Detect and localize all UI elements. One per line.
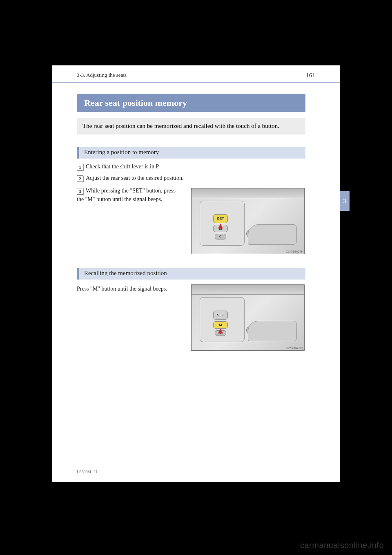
page-title: Rear seat position memory [77, 94, 305, 112]
manual-page: 161 3-3. Adjusting the seats 3 Rear seat… [52, 65, 340, 482]
seat-handle [248, 224, 297, 245]
c-button: C [215, 234, 226, 239]
step-2-icon: 2 [77, 175, 83, 182]
step-1-text: Check that the shift lever is in P. [86, 163, 160, 170]
side-tab: 3 [340, 191, 350, 211]
step-3-text: While pressing the "SET" button, press t… [77, 188, 176, 202]
step-2: 2Adjust the rear seat to the desired pos… [77, 175, 184, 182]
red-arrow-icon [218, 224, 223, 228]
figure-top-trim-2 [192, 285, 304, 295]
recall-text: Press "M" button until the signal beeps. [77, 284, 183, 293]
figure-set-button: SET M C CLY338A049 [191, 188, 305, 254]
subheading-recalling: Recalling the memorized position [77, 268, 305, 280]
figure-m-button: SET M C CLY338A050 [191, 284, 305, 351]
step-1-icon: 1 [77, 164, 83, 170]
side-tab-number: 3 [343, 198, 346, 205]
footer-model: LS600hL_U [77, 470, 97, 474]
figure-top-trim [192, 188, 304, 198]
memory-panel-2: SET M C [200, 297, 245, 342]
set-button: SET [213, 311, 228, 320]
step-3-icon: 3 [77, 188, 83, 195]
step-2-text: Adjust the rear seat to the desired posi… [86, 175, 184, 181]
header-divider [52, 82, 340, 83]
figure-code-1: CLY338A049 [286, 250, 303, 253]
seat-handle-2 [248, 321, 297, 341]
step-1: 1Check that the shift lever is in P. [77, 163, 160, 170]
page-number: 161 [306, 72, 316, 79]
subheading-entering: Entering a position to memory [77, 147, 305, 159]
step-3: 3While pressing the "SET" button, press … [77, 186, 183, 204]
figure-code-2: CLY338A050 [286, 347, 303, 349]
m-button-highlighted: M [213, 321, 228, 329]
set-button-highlighted: SET [213, 214, 228, 223]
header-section: 3-3. Adjusting the seats [77, 72, 127, 78]
red-arrow-icon-2 [218, 329, 223, 333]
watermark: carmanualsonline.info [300, 541, 384, 550]
intro-box: The rear seat position can be memorized … [77, 118, 305, 134]
memory-panel: SET M C [200, 201, 245, 246]
